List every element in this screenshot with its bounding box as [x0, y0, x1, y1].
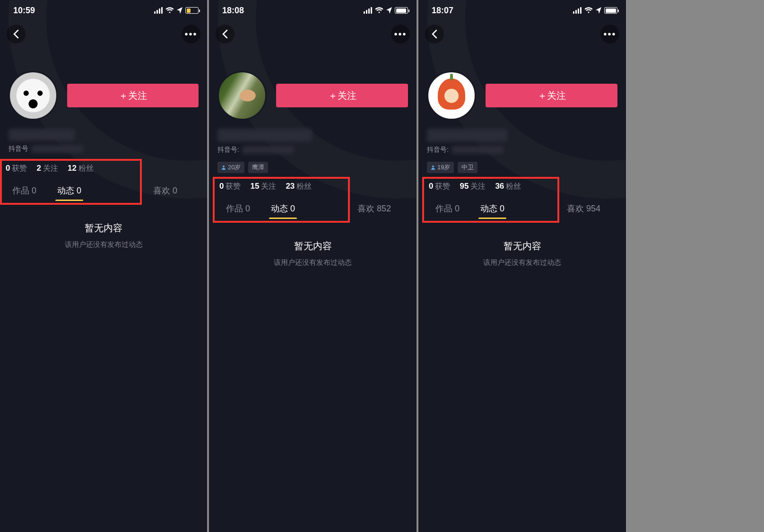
- status-icons: [364, 7, 408, 14]
- nav-bar: •••: [418, 21, 626, 47]
- status-bar: 18:07: [418, 0, 626, 21]
- empty-state: 暂无内容 该用户还没有发布过动态: [0, 205, 207, 249]
- handle-redacted: [242, 146, 294, 154]
- handle-redacted: [31, 145, 83, 153]
- status-bar: 18:08: [209, 0, 417, 21]
- stat-likes[interactable]: 0 获赞: [6, 164, 27, 174]
- profile-row: ＋关注: [209, 71, 417, 120]
- username-area: [209, 120, 417, 144]
- username-area: [0, 120, 207, 143]
- tab-feed[interactable]: 动态 0: [47, 180, 92, 201]
- location-icon: [177, 7, 182, 14]
- username-area: [418, 120, 626, 144]
- handle-label: 抖音号: [9, 145, 28, 153]
- empty-subtitle: 该用户还没有发布过动态: [209, 258, 417, 267]
- tab-works[interactable]: 作品 0: [425, 198, 470, 219]
- stat-fans[interactable]: 36 粉丝: [495, 182, 521, 192]
- wifi-icon: [375, 7, 383, 14]
- tab-feed[interactable]: 动态 0: [260, 198, 305, 219]
- stat-fans[interactable]: 23 粉丝: [286, 182, 312, 192]
- signal-icon: [154, 7, 163, 14]
- phone-screen-3: 18:07 ••• ＋关注 抖音号:: [418, 0, 626, 532]
- nav-bar: •••: [209, 21, 417, 47]
- status-icons: [573, 7, 617, 14]
- person-icon: [221, 165, 226, 170]
- handle-redacted: [451, 146, 504, 154]
- location-chip: 中卫: [458, 162, 478, 173]
- tab-works[interactable]: 作品 0: [2, 180, 47, 201]
- battery-icon: [395, 7, 408, 14]
- stat-likes[interactable]: 0 获赞: [219, 182, 241, 192]
- status-icons: [154, 7, 199, 14]
- tabs-row: 作品 0 动态 0 喜欢 0: [2, 178, 140, 201]
- header-spacer: [209, 47, 417, 71]
- status-time: 18:08: [222, 6, 364, 16]
- stat-following[interactable]: 95 关注: [460, 182, 486, 192]
- header-spacer: [0, 47, 207, 71]
- empty-subtitle: 该用户还没有发布过动态: [418, 258, 626, 267]
- back-button[interactable]: [425, 25, 444, 44]
- location-chip: 鹰潭: [248, 162, 268, 173]
- svg-point-0: [223, 166, 225, 167]
- wifi-icon: [165, 7, 174, 14]
- tab-works[interactable]: 作品 0: [216, 198, 260, 219]
- phone-screen-1: 10:59 ••• ＋关注 抖音号 0: [0, 0, 207, 532]
- age-chip: 20岁: [217, 162, 244, 173]
- stat-fans[interactable]: 12 粉丝: [68, 164, 94, 174]
- stat-likes[interactable]: 0 获赞: [429, 182, 450, 192]
- handle-label: 抖音号:: [427, 146, 449, 154]
- handle-row: 抖音号: [0, 143, 207, 158]
- signal-icon: [573, 7, 582, 14]
- tab-liked[interactable]: 喜欢 0: [153, 180, 177, 201]
- avatar[interactable]: [217, 71, 267, 120]
- avatar[interactable]: [427, 71, 476, 120]
- stats-row: 0 获赞 15 关注 23 粉丝: [216, 182, 347, 196]
- tabs-row: 作品 0 动态 0 喜欢 852: [216, 196, 347, 219]
- empty-state: 暂无内容 该用户还没有发布过动态: [209, 223, 417, 267]
- tabs-row: 作品 0 动态 0 喜欢 954: [425, 196, 556, 219]
- battery-icon: [604, 7, 617, 14]
- stats-row: 0 获赞 2 关注 12 粉丝: [2, 164, 140, 178]
- location-icon: [386, 7, 392, 14]
- stat-following[interactable]: 15 关注: [250, 182, 276, 192]
- username-redacted: [9, 129, 75, 141]
- phone-screen-2: 18:08 ••• ＋关注 抖音号:: [209, 0, 417, 532]
- empty-title: 暂无内容: [418, 240, 626, 253]
- handle-row: 抖音号:: [209, 144, 417, 159]
- tab-feed[interactable]: 动态 0: [470, 198, 515, 219]
- header-spacer: [418, 47, 626, 71]
- signal-icon: [364, 7, 372, 14]
- person-icon: [431, 165, 435, 170]
- svg-point-1: [432, 166, 434, 167]
- profile-row: ＋关注: [0, 71, 207, 120]
- stat-following[interactable]: 2 关注: [36, 164, 58, 174]
- handle-label: 抖音号:: [217, 146, 239, 154]
- follow-button[interactable]: ＋关注: [486, 84, 617, 107]
- profile-chips: 20岁 鹰潭: [209, 159, 417, 176]
- back-button[interactable]: [7, 25, 26, 44]
- profile-chips: 19岁 中卫: [418, 159, 626, 176]
- stats-tabs-highlight-box: 0 获赞 15 关注 23 粉丝 作品 0 动态 0 喜欢 852: [213, 177, 350, 223]
- tab-liked[interactable]: 喜欢 852: [357, 198, 391, 219]
- tab-liked[interactable]: 喜欢 954: [567, 198, 600, 219]
- more-button[interactable]: •••: [182, 25, 200, 44]
- battery-icon: [185, 7, 199, 14]
- handle-row: 抖音号:: [418, 144, 626, 159]
- back-button[interactable]: [216, 25, 234, 44]
- empty-title: 暂无内容: [0, 222, 207, 235]
- age-chip: 19岁: [427, 162, 454, 173]
- status-time: 10:59: [13, 6, 154, 16]
- more-button[interactable]: •••: [391, 25, 410, 44]
- more-button[interactable]: •••: [600, 25, 619, 44]
- status-time: 18:07: [432, 6, 573, 16]
- avatar[interactable]: [9, 71, 58, 120]
- empty-state: 暂无内容 该用户还没有发布过动态: [418, 223, 626, 267]
- stats-tabs-highlight-box: 0 获赞 2 关注 12 粉丝 作品 0 动态 0 喜欢 0: [0, 159, 142, 205]
- location-icon: [596, 7, 601, 14]
- wifi-icon: [584, 7, 593, 14]
- status-bar: 10:59: [0, 0, 207, 21]
- username-redacted: [427, 129, 507, 142]
- follow-button[interactable]: ＋关注: [67, 84, 199, 107]
- follow-button[interactable]: ＋关注: [276, 84, 408, 107]
- profile-row: ＋关注: [418, 71, 626, 120]
